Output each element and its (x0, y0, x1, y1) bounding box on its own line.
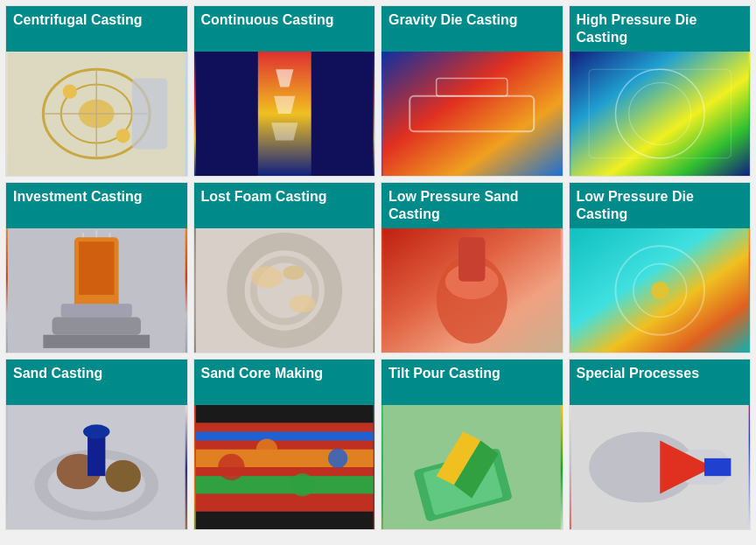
svg-point-50 (83, 424, 109, 438)
card-low-pressure-sand-casting[interactable]: Low Pressure Sand Casting (381, 182, 564, 353)
svg-point-33 (250, 267, 283, 288)
card-label-sand-core-making: Sand Core Making (194, 360, 375, 405)
card-centrifugal-casting[interactable]: Centrifugal Casting (5, 5, 188, 177)
card-image-lost-foam-casting (194, 228, 375, 353)
card-image-tilt-pour-casting (382, 405, 563, 529)
svg-rect-39 (458, 237, 485, 282)
svg-marker-13 (271, 122, 298, 140)
card-special-processes[interactable]: Special Processes (569, 359, 752, 530)
card-label-centrifugal-casting: Centrifugal Casting (6, 6, 187, 52)
svg-point-57 (256, 439, 276, 460)
card-high-pressure-die-casting[interactable]: High Pressure Die Casting (569, 5, 752, 177)
svg-rect-23 (79, 241, 115, 295)
card-image-continuous-casting (194, 52, 375, 176)
card-label-gravity-die-casting: Gravity Die Casting (382, 6, 563, 52)
card-investment-casting[interactable]: Investment Casting (5, 182, 188, 353)
card-lost-foam-casting[interactable]: Lost Foam Casting (193, 182, 376, 353)
card-label-low-pressure-die-casting: Low Pressure Die Casting (570, 183, 751, 228)
card-label-investment-casting: Investment Casting (6, 183, 187, 228)
card-image-sand-core-making (194, 405, 375, 529)
svg-rect-69 (704, 458, 730, 476)
svg-rect-55 (195, 431, 373, 440)
svg-rect-54 (195, 476, 373, 493)
card-label-low-pressure-sand-casting: Low Pressure Sand Casting (382, 183, 563, 228)
casting-grid: Centrifugal Casting Continuous Casting (0, 0, 756, 535)
svg-point-6 (63, 85, 77, 99)
card-image-gravity-die-casting (382, 52, 563, 176)
card-image-centrifugal-casting (6, 52, 187, 176)
card-gravity-die-casting[interactable]: Gravity Die Casting (381, 5, 564, 177)
svg-point-34 (289, 295, 315, 312)
card-image-high-pressure-die-casting (570, 52, 751, 176)
card-label-sand-casting: Sand Casting (6, 360, 187, 405)
card-image-investment-casting (6, 228, 187, 353)
card-continuous-casting[interactable]: Continuous Casting (193, 5, 376, 177)
svg-point-35 (283, 266, 304, 280)
card-label-lost-foam-casting: Lost Foam Casting (194, 183, 375, 228)
svg-point-7 (116, 129, 130, 143)
card-image-sand-casting (6, 405, 187, 529)
card-sand-core-making[interactable]: Sand Core Making (193, 359, 376, 530)
card-image-low-pressure-sand-casting (382, 228, 563, 353)
svg-point-59 (327, 449, 346, 468)
svg-point-48 (105, 460, 141, 493)
card-tilt-pour-casting[interactable]: Tilt Pour Casting (381, 359, 564, 530)
card-sand-casting[interactable]: Sand Casting (5, 359, 188, 530)
svg-rect-25 (52, 317, 141, 334)
svg-rect-17 (570, 52, 748, 176)
card-label-high-pressure-die-casting: High Pressure Die Casting (570, 6, 751, 52)
svg-rect-24 (61, 304, 132, 317)
card-label-tilt-pour-casting: Tilt Pour Casting (382, 360, 563, 405)
svg-rect-26 (43, 335, 150, 348)
card-image-low-pressure-die-casting (570, 228, 751, 353)
card-image-special-processes (570, 405, 751, 529)
card-label-special-processes: Special Processes (570, 360, 751, 405)
svg-rect-8 (132, 78, 168, 149)
card-low-pressure-die-casting[interactable]: Low Pressure Die Casting (569, 182, 752, 353)
svg-point-58 (290, 473, 313, 496)
card-label-continuous-casting: Continuous Casting (194, 6, 375, 52)
svg-point-43 (651, 282, 668, 299)
svg-point-56 (218, 454, 244, 480)
